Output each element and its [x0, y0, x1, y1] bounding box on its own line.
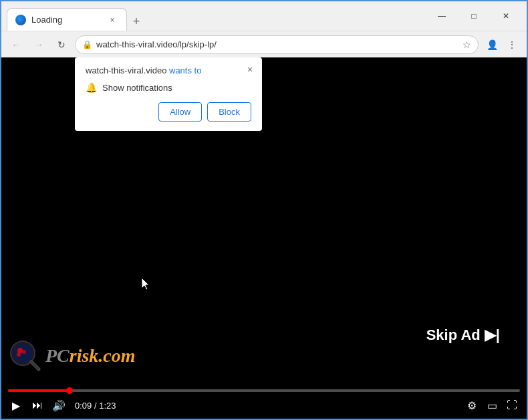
- svg-point-2: [17, 348, 23, 353]
- maximize-button[interactable]: □: [458, 6, 489, 26]
- profile-button[interactable]: 👤: [483, 35, 501, 54]
- bell-icon: 🔔: [86, 82, 97, 93]
- time-display: 0:09 / 1:23: [75, 401, 116, 411]
- toolbar-right-icons: 👤 ⋮: [483, 35, 521, 54]
- current-time: 0:09: [75, 401, 92, 411]
- active-tab[interactable]: Loading ×: [7, 8, 127, 31]
- tab-title: Loading: [31, 15, 101, 25]
- notification-dialog: × watch-this-viral.video wants to 🔔 Show…: [75, 57, 262, 131]
- bookmark-icon[interactable]: ☆: [463, 39, 471, 50]
- skip-ad-button[interactable]: Skip Ad ▶|: [413, 319, 513, 352]
- progress-bar[interactable]: [8, 389, 520, 392]
- dialog-buttons: Allow Block: [86, 102, 251, 122]
- settings-button[interactable]: ⚙: [464, 397, 480, 413]
- lock-icon: 🔒: [82, 40, 92, 49]
- svg-line-6: [31, 362, 39, 369]
- close-button[interactable]: ✕: [491, 6, 521, 26]
- allow-button[interactable]: Allow: [158, 102, 202, 122]
- pc-text: PC: [45, 345, 70, 366]
- pcrisk-text: PCrisk.com: [45, 345, 136, 367]
- dialog-wants-to: wants to: [169, 65, 201, 75]
- tab-area: Loading × +: [7, 1, 422, 31]
- dialog-row-text: Show notifications: [102, 83, 172, 93]
- svg-point-3: [22, 350, 26, 354]
- menu-button[interactable]: ⋮: [503, 35, 521, 54]
- mouse-cursor: [142, 278, 150, 290]
- content-area: × watch-this-viral.video wants to 🔔 Show…: [1, 57, 527, 419]
- back-button[interactable]: ←: [7, 35, 25, 54]
- risk-com-text: risk.com: [70, 345, 136, 366]
- next-button[interactable]: ⏭: [29, 397, 45, 413]
- tab-close-button[interactable]: ×: [106, 14, 118, 26]
- pcrisk-logo-icon: [8, 339, 43, 373]
- block-button[interactable]: Block: [207, 102, 251, 122]
- progress-fill: [8, 389, 70, 392]
- controls-row: ▶ ⏭ 🔊 0:09 / 1:23 ⚙ ▭ ⛶: [8, 397, 520, 413]
- address-bar[interactable]: 🔒 watch-this-viral.video/lp/skip-lp/ ☆: [75, 35, 479, 54]
- dialog-notification-row: 🔔 Show notifications: [86, 82, 251, 93]
- progress-dot: [66, 387, 73, 394]
- browser-window: Loading × + — □ ✕ ← → ↻ 🔒 watch-this-vir…: [0, 0, 528, 420]
- pcrisk-watermark: PCrisk.com: [8, 339, 136, 373]
- toolbar: ← → ↻ 🔒 watch-this-viral.video/lp/skip-l…: [1, 31, 527, 57]
- title-bar: Loading × + — □ ✕: [1, 1, 527, 31]
- new-tab-button[interactable]: +: [127, 12, 146, 31]
- forward-button[interactable]: →: [29, 35, 48, 54]
- play-button[interactable]: ▶: [8, 397, 24, 413]
- total-time: 1:23: [99, 401, 116, 411]
- fullscreen-button[interactable]: ⛶: [504, 397, 520, 413]
- video-controls: ▶ ⏭ 🔊 0:09 / 1:23 ⚙ ▭ ⛶: [1, 377, 527, 419]
- theater-button[interactable]: ▭: [484, 397, 500, 413]
- dialog-origin: watch-this-viral.video: [86, 65, 166, 75]
- window-controls: — □ ✕: [426, 6, 521, 26]
- skip-ad-label: Skip Ad ▶|: [426, 327, 500, 344]
- url-text: watch-this-viral.video/lp/skip-lp/: [96, 39, 458, 49]
- controls-right: ⚙ ▭ ⛶: [464, 397, 520, 413]
- tab-favicon: [15, 15, 26, 25]
- volume-button[interactable]: 🔊: [51, 397, 67, 413]
- dialog-title: watch-this-viral.video wants to: [86, 65, 251, 75]
- svg-point-4: [17, 353, 21, 357]
- dialog-close-button[interactable]: ×: [243, 63, 257, 76]
- reload-button[interactable]: ↻: [52, 35, 71, 54]
- minimize-button[interactable]: —: [426, 6, 457, 26]
